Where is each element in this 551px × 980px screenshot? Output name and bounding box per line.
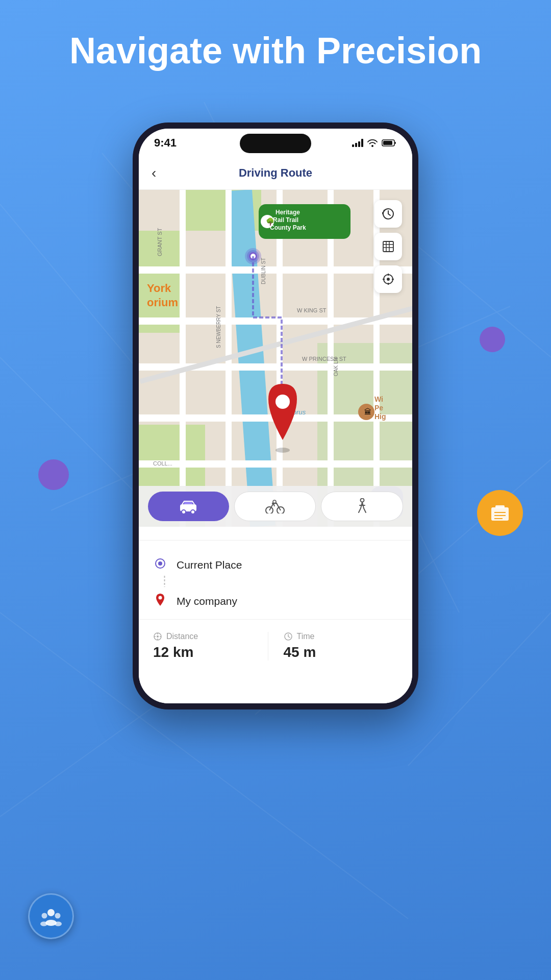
time-icon	[284, 632, 293, 641]
svg-rect-22	[383, 141, 392, 145]
bottom-panel: Current Place My comp	[139, 540, 412, 703]
svg-text:Rail Trail: Rail Trail	[273, 216, 298, 224]
hero-title: Navigate with Precision	[0, 31, 551, 71]
time-header: Time	[284, 632, 315, 641]
svg-point-20	[55, 922, 62, 926]
svg-point-81	[191, 510, 195, 513]
back-button[interactable]: ‹	[152, 165, 172, 181]
svg-text:County Park: County Park	[270, 224, 306, 231]
svg-text:W KING ST: W KING ST	[297, 307, 327, 313]
svg-text:York: York	[147, 282, 171, 295]
svg-point-16	[42, 913, 47, 919]
distance-label: Distance	[166, 632, 198, 641]
svg-text:DUBLIN ST: DUBLIN ST	[261, 258, 266, 284]
location-button[interactable]	[374, 265, 402, 293]
orange-badge	[477, 490, 523, 536]
destination-label: My company	[177, 595, 237, 607]
deco-circle-2	[38, 459, 69, 490]
wifi-icon	[367, 139, 378, 147]
route-info: Current Place My comp	[139, 541, 412, 615]
nav-bar: ‹ Driving Route	[139, 157, 412, 190]
battery-icon	[382, 139, 397, 147]
separator	[139, 619, 412, 620]
nav-title: Driving Route	[172, 166, 379, 180]
distance-stat: Distance 12 km	[153, 632, 268, 660]
svg-text:orium: orium	[147, 296, 178, 309]
svg-text:GRANT ST: GRANT ST	[157, 228, 163, 256]
distance-icon	[153, 632, 162, 641]
svg-text:OAK LN: OAK LN	[333, 357, 339, 376]
phone-mockup: 9:41	[133, 122, 418, 709]
svg-rect-11	[495, 505, 505, 508]
dynamic-island	[240, 134, 311, 153]
svg-point-80	[182, 510, 186, 513]
transport-bar	[139, 486, 412, 527]
svg-text:W PRINCESS ST: W PRINCESS ST	[302, 356, 346, 362]
svg-text:Hig: Hig	[374, 412, 386, 421]
status-icons	[352, 139, 397, 147]
layers-button[interactable]	[374, 233, 402, 260]
walk-mode-button[interactable]	[321, 492, 403, 521]
time-stat: Time 45 m	[268, 632, 398, 660]
svg-rect-82	[184, 502, 192, 504]
time-label: Time	[297, 632, 315, 641]
svg-point-19	[40, 922, 47, 926]
car-mode-button[interactable]	[148, 492, 229, 521]
distance-value: 12 km	[153, 644, 193, 660]
svg-point-66	[276, 395, 290, 409]
svg-text:COLL...: COLL...	[153, 460, 172, 467]
svg-text:🏛: 🏛	[364, 408, 371, 416]
origin-row: Current Place	[153, 552, 398, 578]
community-button[interactable]	[28, 893, 74, 939]
svg-point-92	[157, 635, 159, 638]
svg-text:Pe: Pe	[374, 404, 383, 412]
time-value: 45 m	[284, 644, 316, 660]
svg-text:S NEWBERRY ST: S NEWBERRY ST	[216, 306, 221, 348]
map-svg: GRANT ST W KING ST W PRINCESS ST DUBLIN …	[139, 190, 412, 527]
stats-row: Distance 12 km Time 45 m	[139, 624, 412, 669]
distance-header: Distance	[153, 632, 198, 641]
svg-point-74	[387, 278, 390, 281]
svg-point-86	[360, 499, 364, 502]
svg-point-18	[45, 920, 57, 926]
svg-point-17	[55, 913, 61, 919]
deco-circle-1	[480, 327, 505, 352]
svg-line-8	[408, 612, 551, 766]
destination-icon	[153, 593, 167, 609]
svg-point-65	[276, 448, 290, 453]
svg-point-90	[159, 596, 162, 600]
phone-screen: 9:41	[139, 129, 412, 703]
svg-point-15	[47, 909, 55, 916]
svg-point-88	[158, 561, 162, 566]
bike-mode-button[interactable]	[234, 492, 316, 521]
map-controls	[374, 200, 402, 293]
signal-icon	[352, 139, 363, 147]
svg-rect-68	[383, 241, 393, 252]
svg-rect-34	[180, 190, 186, 527]
origin-label: Current Place	[177, 559, 242, 571]
map-background: GRANT ST W KING ST W PRINCESS ST DUBLIN …	[139, 190, 412, 527]
svg-text:Wi: Wi	[374, 395, 383, 403]
map-area[interactable]: GRANT ST W KING ST W PRINCESS ST DUBLIN …	[139, 190, 412, 527]
history-button[interactable]	[374, 200, 402, 228]
destination-row: My company	[153, 587, 398, 615]
svg-text:Heritage: Heritage	[276, 209, 300, 216]
origin-icon	[153, 558, 167, 572]
status-time: 9:41	[154, 136, 177, 150]
